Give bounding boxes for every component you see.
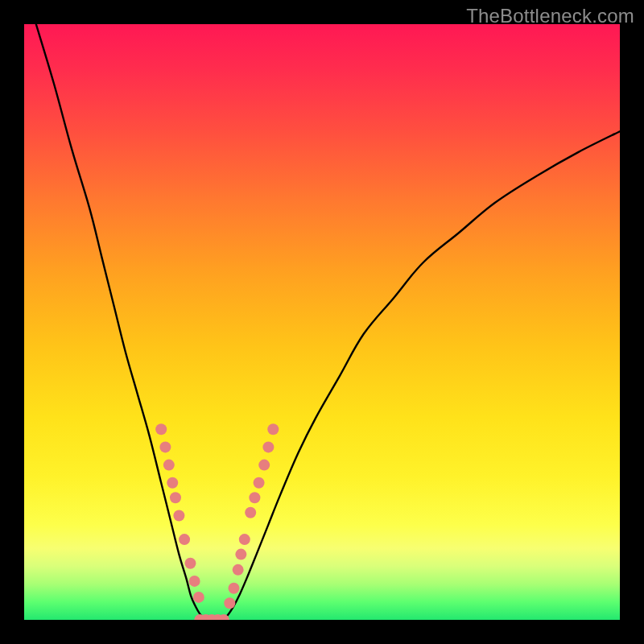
marker-group — [155, 423, 279, 620]
left-curve — [36, 24, 209, 620]
cluster-dot — [189, 576, 200, 587]
cluster-dot — [245, 507, 256, 518]
cluster-dot — [235, 549, 246, 560]
cluster-dot — [218, 614, 229, 620]
right-curve — [221, 131, 620, 620]
cluster-dot — [258, 460, 270, 471]
cluster-dot — [213, 614, 224, 620]
chart-svg-layer — [24, 24, 620, 620]
cluster-dot — [163, 460, 175, 471]
cluster-dot — [170, 492, 181, 503]
cluster-dot — [167, 477, 178, 489]
cluster-dot — [159, 441, 171, 452]
cluster-dot — [249, 492, 260, 503]
cluster-dot — [173, 510, 184, 522]
cluster-dot — [239, 534, 250, 545]
cluster-dot — [233, 564, 244, 576]
cluster-dot — [155, 423, 167, 435]
cluster-dot — [224, 597, 235, 609]
cluster-dot — [206, 614, 217, 620]
cluster-dot — [193, 592, 204, 603]
chart-plot-area — [24, 24, 620, 620]
curve-group — [36, 24, 620, 620]
cluster-dot — [194, 614, 205, 620]
cluster-dot — [179, 534, 190, 545]
cluster-dot — [254, 477, 265, 489]
cluster-dot — [184, 558, 196, 569]
cluster-dot — [262, 441, 274, 452]
chart-frame: TheBottleneck.com — [0, 0, 644, 644]
cluster-dot — [267, 423, 279, 435]
cluster-dot — [200, 614, 212, 620]
cluster-dot — [228, 583, 239, 594]
